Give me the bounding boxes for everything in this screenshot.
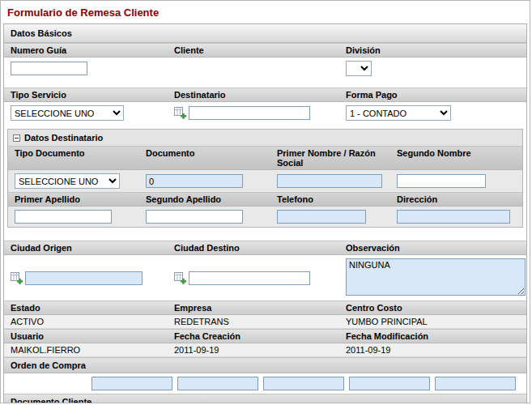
empresa-label: Empresa [174, 303, 346, 313]
forma-pago-select[interactable]: 1 - CONTADO [346, 105, 451, 121]
primer-nombre-label: Primer Nombre / Razón Social [277, 148, 397, 168]
segundo-apellido-input[interactable] [146, 210, 243, 224]
documento-cliente-label: Documento Cliente [4, 394, 526, 403]
row2-inputs: SELECCIONE UNO 1 [4, 102, 526, 124]
primer-apellido-input[interactable] [15, 210, 112, 224]
tipo-documento-select[interactable]: SELECCIONE UNO [15, 173, 120, 189]
estado-values: ACTIVO REDETRANS YUMBO PRINCIPAL [4, 315, 526, 329]
destinatario-input[interactable] [189, 106, 310, 120]
numero-guia-label: Numero Guía [11, 45, 174, 55]
ciudad-origen-input[interactable] [25, 271, 143, 285]
centro-costo-label: Centro Costo [346, 303, 520, 313]
datos-destinatario-title: Datos Destinatario [24, 133, 103, 143]
forma-pago-label: Forma Pago [346, 90, 520, 100]
fecha-creacion-label: Fecha Creación [174, 331, 346, 341]
primer-apellido-label: Primer Apellido [15, 194, 146, 204]
orden-compra-inputs [4, 373, 526, 394]
observacion-label: Observación [346, 243, 520, 253]
destinatario-row2-labels: Primer Apellido Segundo Apellido Telefon… [8, 192, 522, 207]
fecha-modificacion-value: 2011-09-19 [346, 345, 520, 355]
orden-compra-input-1[interactable] [92, 377, 172, 390]
segundo-nombre-label: Segundo Nombre [397, 148, 516, 168]
segundo-nombre-input[interactable] [397, 174, 486, 188]
row1-inputs [4, 58, 526, 79]
orden-compra-input-3[interactable] [263, 377, 344, 390]
row2-labels: Tipo Servicio Destinatario Forma Pago [4, 87, 526, 102]
remesa-page: Formulario de Remesa Cliente Datos Básic… [0, 0, 530, 403]
orden-compra-input-5[interactable] [435, 377, 516, 390]
centro-costo-value: YUMBO PRINCIPAL [346, 317, 520, 326]
documento-label: Documento [146, 148, 277, 168]
usuario-value: MAIKOL.FIERRO [11, 345, 174, 355]
empresa-value: REDETRANS [174, 317, 346, 326]
telefono-label: Telefono [277, 194, 397, 204]
section-datos-basicos-title: Datos Básicos [11, 28, 72, 38]
direccion-input[interactable] [397, 210, 510, 224]
observacion-textarea[interactable]: NINGUNA [346, 258, 526, 296]
page-title: Formulario de Remesa Cliente [1, 1, 530, 23]
segundo-apellido-label: Segundo Apellido [146, 194, 277, 204]
ciudad-destino-label: Ciudad Destino [174, 243, 346, 253]
ciudad-destino-input[interactable] [189, 271, 310, 285]
fecha-modificacion-label: Fecha Modificación [346, 331, 520, 341]
ciudades-labels: Ciudad Origen Ciudad Destino Observación [4, 241, 526, 255]
estado-value: ACTIVO [11, 317, 174, 326]
division-select[interactable] [346, 61, 372, 76]
destinatario-label: Destinatario [174, 90, 346, 100]
collapse-icon[interactable] [13, 134, 20, 142]
section-datos-basicos-header: Datos Básicos [4, 24, 526, 43]
remesa-form: Datos Básicos Numero Guía Cliente Divisi… [3, 23, 527, 403]
destinatario-lookup-icon[interactable] [174, 107, 186, 119]
usuario-values: MAIKOL.FIERRO 2011-09-19 2011-09-19 [4, 343, 526, 357]
estado-labels: Estado Empresa Centro Costo [4, 301, 526, 315]
division-label: División [346, 45, 520, 55]
numero-guia-input[interactable] [11, 62, 87, 75]
orden-compra-input-4[interactable] [349, 377, 430, 390]
cliente-label: Cliente [174, 45, 346, 55]
row1-labels: Numero Guía Cliente División [4, 43, 526, 58]
destinatario-row1-labels: Tipo Documento Documento Primer Nombre /… [8, 146, 522, 170]
tipo-documento-label: Tipo Documento [15, 148, 146, 168]
usuario-labels: Usuario Fecha Creación Fecha Modificació… [4, 329, 526, 343]
datos-destinatario-header: Datos Destinatario [8, 130, 522, 146]
destinatario-row2-inputs [8, 207, 522, 227]
primer-nombre-input[interactable] [277, 174, 382, 188]
direccion-label: Dirección [397, 194, 516, 204]
ciudades-inputs: NINGUNA [4, 255, 526, 301]
tipo-servicio-label: Tipo Servicio [11, 90, 174, 100]
fecha-creacion-value: 2011-09-19 [174, 345, 346, 355]
orden-compra-input-2[interactable] [177, 377, 258, 390]
tipo-servicio-select[interactable]: SELECCIONE UNO [11, 105, 124, 121]
orden-compra-label: Orden de Compra [4, 357, 526, 373]
usuario-label: Usuario [11, 331, 174, 341]
telefono-input[interactable] [277, 210, 366, 224]
documento-input[interactable] [146, 174, 243, 188]
datos-destinatario-fieldset: Datos Destinatario Tipo Documento Docume… [7, 129, 523, 228]
ciudad-destino-lookup-icon[interactable] [174, 272, 186, 284]
ciudad-origen-label: Ciudad Origen [11, 243, 174, 253]
spacer [4, 79, 526, 87]
destinatario-row1-inputs: SELECCIONE UNO [8, 170, 522, 192]
ciudad-origen-lookup-icon[interactable] [11, 272, 23, 284]
estado-label: Estado [11, 303, 174, 313]
spacer [4, 232, 526, 241]
